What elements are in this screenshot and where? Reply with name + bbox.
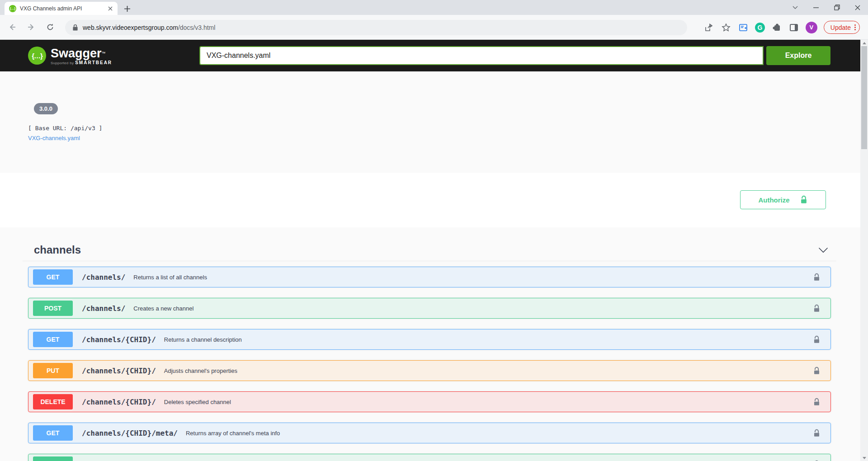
toolbar-right-icons: G V Update — [703, 15, 860, 40]
endpoint-description: Deletes specified channel — [164, 399, 231, 405]
openapi-version-badge: 3.0.0 — [34, 103, 58, 114]
share-icon[interactable] — [703, 22, 714, 33]
auth-lock-button[interactable] — [813, 335, 821, 344]
unlock-icon — [813, 273, 821, 282]
section-collapse-chevron-icon[interactable] — [818, 247, 828, 253]
grammarly-icon[interactable]: G — [755, 23, 765, 33]
unlock-icon — [813, 397, 821, 407]
method-badge[interactable]: GET — [33, 332, 73, 347]
endpoint-row[interactable]: PUT /channels/{CHID}/ Adjusts channel's … — [28, 360, 831, 381]
endpoint-path: /channels/ — [82, 304, 125, 313]
swagger-logo-icon: {…} — [28, 47, 46, 65]
profile-avatar[interactable]: V — [806, 22, 817, 33]
supported-by-text: Supported by — [51, 61, 74, 65]
swagger-brand-name: Swagger — [51, 47, 102, 60]
browser-menu-icon[interactable] — [854, 24, 856, 30]
endpoint-row[interactable]: GET /channels/{CHID}/meta/ Returns array… — [28, 423, 831, 443]
back-icon[interactable] — [5, 19, 20, 35]
new-tab-button[interactable] — [121, 3, 133, 14]
scroll-down-icon[interactable] — [860, 455, 868, 461]
scrollbar-thumb[interactable] — [861, 46, 867, 149]
method-badge[interactable]: PUT — [33, 363, 73, 378]
swagger-topbar: {…} Swagger™ Supported bySMARTBEAR Explo… — [0, 40, 868, 71]
method-badge[interactable]: POST — [33, 301, 73, 316]
close-window-icon[interactable] — [847, 0, 868, 15]
update-label: Update — [830, 24, 851, 31]
endpoint-path: /channels/ — [82, 273, 125, 282]
unlock-icon — [813, 460, 821, 461]
operations-section: channels GET /channels/ Returns a list o… — [0, 227, 868, 461]
extensions-puzzle-icon[interactable] — [771, 22, 782, 33]
browser-tab[interactable]: {…} VXG Channels admin API — [5, 2, 118, 15]
scroll-up-icon[interactable] — [860, 40, 868, 46]
https-lock-icon — [72, 24, 78, 31]
endpoint-path: /channels/{CHID}/ — [82, 367, 156, 375]
url-path: /docs/v3.html — [178, 24, 215, 31]
bookmark-star-icon[interactable] — [721, 22, 731, 33]
swagger-wordmark: Swagger™ Supported bySMARTBEAR — [51, 47, 112, 65]
method-badge[interactable]: GET — [33, 269, 73, 285]
swagger-tm: ™ — [102, 51, 106, 56]
authorize-button[interactable]: Authorize — [740, 190, 826, 209]
method-badge[interactable]: DELETE — [33, 394, 73, 409]
api-info-section: 3.0.0 [ Base URL: /api/v3 ] VXG-channels… — [0, 71, 868, 173]
section-title: channels — [34, 244, 818, 256]
tab-search-chevron-icon[interactable] — [785, 0, 806, 15]
endpoint-path: /channels/{CHID}/meta/ — [82, 429, 178, 437]
section-header-channels[interactable]: channels — [23, 227, 836, 261]
auth-lock-button[interactable] — [813, 366, 821, 376]
auth-lock-button[interactable] — [813, 460, 821, 461]
authorize-label: Authorize — [758, 196, 789, 204]
unlock-icon — [813, 428, 821, 438]
supported-by-line: Supported bySMARTBEAR — [51, 60, 112, 65]
chrome-update-button[interactable]: Update — [824, 21, 860, 34]
endpoint-row[interactable]: POST /channels/ Creates a new channel — [28, 298, 831, 319]
endpoint-list: GET /channels/ Returns a list of all cha… — [23, 261, 836, 461]
spec-url-input[interactable] — [199, 46, 764, 65]
method-badge[interactable]: GET — [33, 425, 73, 441]
base-url-text: [ Base URL: /api/v3 ] — [28, 125, 102, 132]
explore-button[interactable]: Explore — [766, 46, 830, 65]
unlock-icon — [800, 195, 808, 205]
browser-titlebar: {…} VXG Channels admin API — [0, 0, 868, 15]
endpoint-description: Returns array of channel's meta info — [186, 430, 280, 437]
endpoint-row[interactable]: POST — [28, 454, 831, 461]
endpoint-description: Creates a new channel — [133, 305, 193, 312]
endpoint-description: Adjusts channel's properties — [164, 367, 237, 374]
restore-icon[interactable] — [826, 0, 847, 15]
reload-icon[interactable] — [42, 19, 58, 35]
endpoint-row[interactable]: GET /channels/{CHID}/ Returns a channel … — [28, 329, 831, 350]
endpoint-path: /channels/{CHID}/ — [82, 335, 156, 344]
side-panel-icon[interactable] — [788, 22, 799, 33]
swagger-logo: {…} Swagger™ Supported bySMARTBEAR — [28, 47, 112, 65]
unlock-icon — [813, 366, 821, 376]
minimize-icon[interactable] — [806, 0, 826, 15]
forward-icon[interactable] — [24, 19, 39, 35]
url-text: web.skyvr.videoexpertsgroup.com/docs/v3.… — [83, 24, 215, 31]
spec-file-link[interactable]: VXG-channels.yaml — [28, 135, 80, 141]
unlock-icon — [813, 335, 821, 344]
endpoint-description: Returns a channel description — [164, 336, 242, 343]
endpoint-description: Returns a list of all channels — [133, 274, 207, 281]
endpoint-row[interactable]: DELETE /channels/{CHID}/ Deletes specifi… — [28, 391, 831, 412]
method-badge[interactable]: POST — [33, 456, 73, 461]
window-controls — [785, 0, 868, 15]
tab-close-icon[interactable] — [107, 5, 114, 12]
browser-toolbar: web.skyvr.videoexpertsgroup.com/docs/v3.… — [0, 15, 868, 40]
auth-lock-button[interactable] — [813, 397, 821, 407]
endpoint-path: /channels/{CHID}/ — [82, 398, 156, 406]
reading-list-extension-icon[interactable] — [738, 22, 749, 33]
auth-lock-button[interactable] — [813, 273, 821, 282]
auth-lock-button[interactable] — [813, 428, 821, 438]
smartbear-brand: SMARTBEAR — [75, 60, 112, 65]
swagger-favicon-icon: {…} — [9, 5, 16, 12]
endpoint-row[interactable]: GET /channels/ Returns a list of all cha… — [28, 267, 831, 287]
url-bar[interactable]: web.skyvr.videoexpertsgroup.com/docs/v3.… — [65, 20, 687, 35]
page-scrollbar[interactable] — [860, 40, 868, 461]
scheme-container: Authorize — [0, 173, 868, 227]
tab-title: VXG Channels admin API — [20, 5, 107, 12]
url-domain: web.skyvr.videoexpertsgroup.com — [83, 24, 178, 31]
auth-lock-button[interactable] — [813, 304, 821, 313]
unlock-icon — [813, 304, 821, 313]
